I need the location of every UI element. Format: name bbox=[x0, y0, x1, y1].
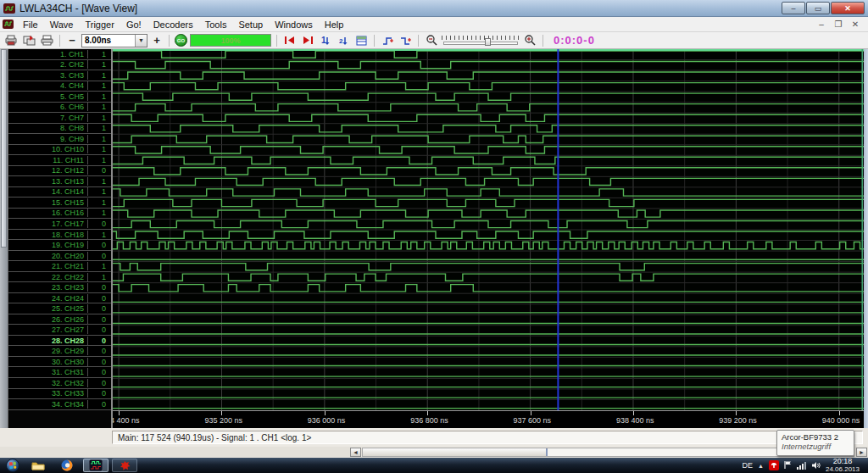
channel-row[interactable]: 17. CH170 bbox=[8, 219, 111, 230]
channel-scrollbar[interactable] bbox=[0, 49, 8, 410]
taskbar-explorer-button[interactable] bbox=[25, 459, 51, 472]
timebase-increase-button[interactable]: + bbox=[150, 34, 164, 47]
channel-row[interactable]: 13. CH131 bbox=[8, 176, 111, 187]
language-indicator[interactable]: DE bbox=[743, 461, 754, 470]
action-center-flag-icon[interactable] bbox=[784, 458, 792, 473]
taskbar-firefox-button[interactable] bbox=[54, 459, 80, 472]
channel-row[interactable]: 3. CH31 bbox=[8, 70, 111, 81]
taskbar-lwla-button[interactable] bbox=[83, 459, 108, 472]
channel-row[interactable]: 19. CH190 bbox=[8, 240, 111, 251]
channel-row[interactable]: 27. CH270 bbox=[8, 325, 111, 336]
channel-row[interactable]: 26. CH260 bbox=[8, 314, 111, 326]
channel-row[interactable]: 6. CH61 bbox=[8, 103, 111, 114]
channel-value: 0 bbox=[87, 400, 111, 409]
channel-row[interactable]: 24. CH240 bbox=[8, 293, 111, 304]
channel-row[interactable]: 28. CH280 bbox=[8, 336, 111, 347]
cursor-table-icon[interactable] bbox=[353, 34, 369, 47]
channel-row[interactable]: 33. CH330 bbox=[8, 389, 111, 400]
wave-area[interactable] bbox=[113, 49, 864, 410]
mdi-minimize-button[interactable]: – bbox=[815, 19, 828, 29]
menu-setup[interactable]: Setup bbox=[232, 18, 269, 31]
channel-label: 3. CH3 bbox=[8, 71, 87, 80]
export-icon[interactable] bbox=[21, 34, 36, 47]
minimize-button[interactable]: – bbox=[782, 2, 805, 14]
go-to-end-icon[interactable] bbox=[300, 34, 315, 47]
taskbar-clock[interactable]: 20:18 24.06.2013 bbox=[826, 458, 863, 473]
zoom-in-icon[interactable] bbox=[522, 34, 537, 47]
acquire-icon[interactable] bbox=[3, 34, 19, 47]
cursor-2-icon[interactable]: 2 bbox=[336, 34, 351, 47]
taskbar-red-app-button[interactable] bbox=[112, 459, 137, 472]
channel-row[interactable]: 2. CH21 bbox=[8, 60, 111, 71]
channel-row[interactable]: 8. CH81 bbox=[8, 124, 111, 135]
volume-icon[interactable] bbox=[811, 458, 821, 473]
scroll-right-arrow[interactable]: ► bbox=[856, 448, 867, 457]
start-button[interactable] bbox=[2, 459, 24, 472]
channel-row[interactable]: 14. CH141 bbox=[8, 187, 111, 198]
channel-row[interactable]: 31. CH310 bbox=[8, 367, 111, 378]
menu-decoders[interactable]: Decoders bbox=[147, 18, 199, 31]
channel-row[interactable]: 25. CH250 bbox=[8, 303, 111, 314]
channel-label: 8. CH8 bbox=[8, 124, 87, 132]
network-signal-icon[interactable] bbox=[797, 462, 806, 470]
close-button[interactable]: ✕ bbox=[831, 2, 865, 14]
channel-value: 0 bbox=[87, 220, 111, 228]
print-icon[interactable] bbox=[39, 34, 54, 47]
hidden-icons-chevron[interactable]: ▲ bbox=[758, 463, 764, 469]
menu-help[interactable]: Help bbox=[319, 18, 350, 31]
go-button[interactable]: GO bbox=[175, 34, 187, 47]
channel-row[interactable]: 18. CH181 bbox=[8, 230, 111, 241]
channel-label: 19. CH19 bbox=[8, 241, 87, 249]
go-to-start-icon[interactable] bbox=[282, 34, 298, 47]
channel-row[interactable]: 7. CH71 bbox=[8, 113, 111, 124]
channel-row[interactable]: 16. CH161 bbox=[8, 209, 111, 220]
channel-row[interactable]: 29. CH290 bbox=[8, 346, 111, 357]
menu-file[interactable]: File bbox=[17, 18, 44, 31]
menu-tools[interactable]: Tools bbox=[199, 18, 233, 31]
horizontal-scrollbar[interactable]: ◄ ► bbox=[0, 447, 868, 458]
zoom-slider[interactable] bbox=[442, 35, 520, 47]
channel-row[interactable]: 5. CH51 bbox=[8, 92, 111, 103]
menu-windows[interactable]: Windows bbox=[269, 18, 319, 31]
channel-scrollbar-thumb[interactable] bbox=[1, 49, 7, 248]
menu-trigger[interactable]: Trigger bbox=[79, 18, 120, 31]
mdi-restore-button[interactable]: ❐ bbox=[832, 19, 845, 29]
scroll-left-arrow[interactable]: ◄ bbox=[350, 448, 361, 457]
timebase-decrease-button[interactable]: − bbox=[65, 34, 79, 47]
channel-row[interactable]: 11. CH111 bbox=[8, 155, 111, 166]
menu-go[interactable]: Go! bbox=[120, 18, 147, 31]
channel-row[interactable]: 12. CH120 bbox=[8, 166, 111, 177]
channel-row[interactable]: 22. CH221 bbox=[8, 272, 111, 283]
chevron-down-icon[interactable]: ▼ bbox=[135, 35, 147, 47]
channel-value: 0 bbox=[87, 347, 111, 355]
channel-value: 0 bbox=[87, 389, 111, 398]
wave-view: 1. CH112. CH213. CH314. CH415. CH516. CH… bbox=[0, 49, 868, 410]
channel-row[interactable]: 10. CH101 bbox=[8, 145, 111, 156]
avira-tray-icon[interactable] bbox=[769, 460, 779, 470]
channel-value: 1 bbox=[87, 209, 111, 217]
title-bar[interactable]: LWLA34CH - [Wave View] – ▭ ✕ bbox=[0, 0, 868, 17]
channel-label: 18. CH18 bbox=[8, 231, 87, 239]
scroll-thumb[interactable] bbox=[363, 448, 548, 456]
channel-row[interactable]: 9. CH91 bbox=[8, 134, 111, 145]
trigger-rising-icon[interactable] bbox=[380, 34, 395, 47]
maximize-button[interactable]: ▭ bbox=[806, 2, 830, 14]
cursor-1-icon[interactable]: 1 bbox=[318, 34, 333, 47]
channel-row[interactable]: 4. CH41 bbox=[8, 81, 111, 92]
channel-value: 0 bbox=[87, 379, 111, 387]
channel-row[interactable]: 1. CH11 bbox=[8, 49, 111, 60]
zoom-slider-thumb[interactable] bbox=[485, 38, 491, 46]
channel-row[interactable]: 32. CH320 bbox=[8, 378, 111, 389]
timebase-select[interactable]: 8.00ns ▼ bbox=[81, 34, 147, 47]
channel-row[interactable]: 34. CH340 bbox=[8, 399, 111, 410]
mdi-close-button[interactable]: ✕ bbox=[849, 19, 862, 29]
channel-row[interactable]: 23. CH230 bbox=[8, 282, 111, 293]
zoom-out-icon[interactable] bbox=[424, 34, 439, 47]
channel-row[interactable]: 21. CH211 bbox=[8, 261, 111, 272]
axis-tick bbox=[531, 411, 531, 415]
channel-row[interactable]: 15. CH151 bbox=[8, 198, 111, 209]
trigger-falling-icon[interactable] bbox=[398, 34, 413, 47]
menu-wave[interactable]: Wave bbox=[44, 18, 80, 31]
channel-row[interactable]: 20. CH200 bbox=[8, 251, 111, 262]
channel-row[interactable]: 30. CH300 bbox=[8, 357, 111, 368]
